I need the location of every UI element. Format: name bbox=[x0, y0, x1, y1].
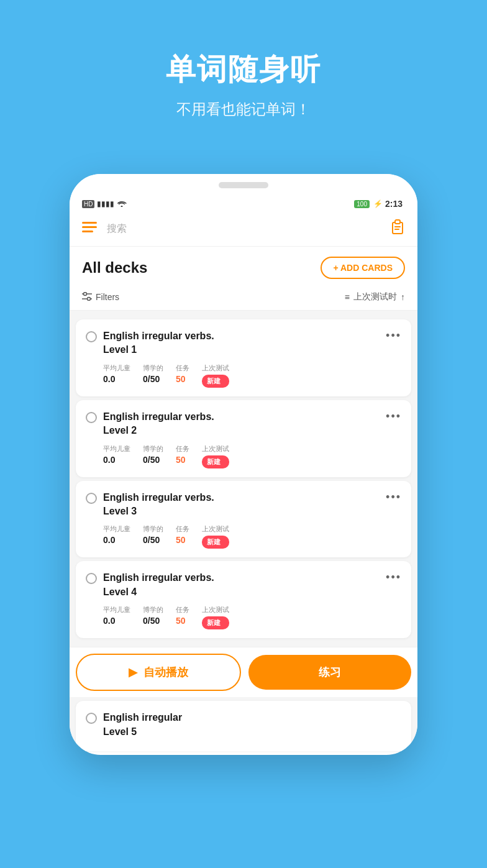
status-left: HD ▮▮▮▮ bbox=[82, 199, 127, 209]
content-area: All decks + ADD CARDS Filters bbox=[70, 247, 417, 751]
deck-1-name: English irregular verbs. Level 1 bbox=[103, 329, 214, 357]
stat-avg-3: 平均儿童 0.0 bbox=[103, 524, 130, 549]
decks-header: All decks + ADD CARDS bbox=[70, 247, 417, 286]
deck-partial-name: English irregular Level 5 bbox=[103, 711, 182, 739]
deck-4-name: English irregular verbs. Level 4 bbox=[103, 571, 214, 599]
nav-bar: 搜索 bbox=[70, 211, 417, 247]
signal-bars: ▮▮▮▮ bbox=[97, 199, 114, 208]
time-display: 2:13 bbox=[385, 199, 403, 209]
deck-3-stats: 平均儿童 0.0 博学的 0/50 任务 50 上次测试 bbox=[86, 524, 401, 549]
deck-2-more-button[interactable]: ••• bbox=[386, 410, 401, 423]
deck-card-partial[interactable]: English irregular Level 5 bbox=[76, 701, 411, 751]
deck-1-more-button[interactable]: ••• bbox=[386, 329, 401, 342]
decks-list: English irregular verbs. Level 1 ••• 平均儿… bbox=[70, 311, 417, 647]
deck-partial-name-line1: English irregular bbox=[103, 712, 182, 723]
deck-card-4-left: English irregular verbs. Level 4 bbox=[86, 571, 214, 599]
stat-task-1: 任务 50 bbox=[176, 363, 189, 388]
deck-card-2[interactable]: English irregular verbs. Level 2 ••• 平均儿… bbox=[76, 400, 411, 477]
phone-frame: HD ▮▮▮▮ 100 ⚡ 2:13 bbox=[70, 174, 417, 755]
svg-rect-0 bbox=[82, 222, 97, 224]
stat-learned-3: 博学的 0/50 bbox=[143, 524, 163, 549]
stat-learned-1: 博学的 0/50 bbox=[143, 363, 163, 388]
add-cards-button[interactable]: + ADD CARDS bbox=[321, 257, 405, 279]
deck-2-name-line1: English irregular verbs. bbox=[103, 411, 214, 422]
deck-card-1-left: English irregular verbs. Level 1 bbox=[86, 329, 214, 357]
deck-3-checkbox[interactable] bbox=[86, 493, 97, 504]
wifi-icon bbox=[117, 199, 127, 209]
auto-play-label: 自动播放 bbox=[143, 665, 188, 680]
deck-card-3-header: English irregular verbs. Level 3 ••• bbox=[86, 491, 401, 519]
lightning-icon: ⚡ bbox=[373, 199, 383, 208]
deck-card-4-header: English irregular verbs. Level 4 ••• bbox=[86, 571, 401, 599]
search-placeholder[interactable]: 搜索 bbox=[107, 222, 390, 235]
hd-label: HD bbox=[82, 200, 94, 208]
stat-avg-4: 平均儿童 0.0 bbox=[103, 605, 130, 629]
deck-2-stats: 平均儿童 0.0 博学的 0/50 任务 50 上次测试 bbox=[86, 444, 401, 468]
deck-card-4[interactable]: English irregular verbs. Level 4 ••• 平均儿… bbox=[76, 561, 411, 638]
svg-rect-5 bbox=[394, 226, 401, 227]
svg-point-10 bbox=[88, 297, 91, 300]
filters-row: Filters ≡ 上次测试时 ↑ bbox=[70, 286, 417, 311]
deck-1-stats: 平均儿童 0.0 博学的 0/50 任务 50 上次测试 bbox=[86, 363, 401, 388]
deck-partial-name-line2: Level 5 bbox=[103, 726, 137, 737]
deck-4-checkbox[interactable] bbox=[86, 573, 97, 584]
svg-rect-6 bbox=[394, 229, 399, 230]
stat-avg-2: 平均儿童 0.0 bbox=[103, 444, 130, 468]
deck-partial-checkbox[interactable] bbox=[86, 713, 97, 724]
stat-last-3: 上次测试 新建 bbox=[202, 524, 229, 549]
stat-learned-2: 博学的 0/50 bbox=[143, 444, 163, 468]
deck-card-1-header: English irregular verbs. Level 1 ••• bbox=[86, 329, 401, 357]
deck-card-3-left: English irregular verbs. Level 3 bbox=[86, 491, 214, 519]
stat-task-4: 任务 50 bbox=[176, 605, 189, 629]
deck-card-2-header: English irregular verbs. Level 2 ••• bbox=[86, 410, 401, 438]
deck-2-checkbox[interactable] bbox=[86, 412, 97, 423]
filters-label: Filters bbox=[96, 292, 119, 302]
stat-learned-4: 博学的 0/50 bbox=[143, 605, 163, 629]
clipboard-icon[interactable] bbox=[390, 219, 405, 239]
decks-title: All decks bbox=[82, 259, 147, 276]
deck-card-partial-header: English irregular Level 5 bbox=[86, 711, 401, 739]
play-icon: ▶ bbox=[129, 665, 137, 679]
sort-arrow: ↑ bbox=[401, 292, 405, 302]
filters-right[interactable]: ≡ 上次测试时 ↑ bbox=[345, 291, 405, 303]
practice-label: 练习 bbox=[319, 665, 341, 680]
svg-rect-4 bbox=[395, 220, 400, 224]
deck-4-more-button[interactable]: ••• bbox=[386, 571, 401, 584]
deck-card-1[interactable]: English irregular verbs. Level 1 ••• 平均儿… bbox=[76, 319, 411, 396]
deck-3-more-button[interactable]: ••• bbox=[386, 491, 401, 504]
notch-pill bbox=[219, 182, 268, 188]
deck-1-name-line1: English irregular verbs. bbox=[103, 331, 214, 341]
deck-card-3[interactable]: English irregular verbs. Level 3 ••• 平均儿… bbox=[76, 481, 411, 558]
stat-task-2: 任务 50 bbox=[176, 444, 189, 468]
deck-3-name: English irregular verbs. Level 3 bbox=[103, 491, 214, 519]
stat-last-2: 上次测试 新建 bbox=[202, 444, 229, 468]
hamburger-icon[interactable] bbox=[82, 221, 97, 237]
deck-4-name-line2: Level 4 bbox=[103, 587, 137, 597]
status-bar: HD ▮▮▮▮ 100 ⚡ 2:13 bbox=[70, 196, 417, 211]
hero-subtitle: 不用看也能记单词！ bbox=[176, 99, 311, 119]
stat-last-1: 上次测试 新建 bbox=[202, 363, 229, 388]
bottom-buttons: ▶ 自动播放 练习 bbox=[70, 647, 417, 697]
deck-1-name-line2: Level 1 bbox=[103, 344, 137, 355]
deck-3-name-line1: English irregular verbs. bbox=[103, 492, 214, 503]
deck-card-2-left: English irregular verbs. Level 2 bbox=[86, 410, 214, 438]
filter-sliders-icon bbox=[82, 292, 92, 303]
status-right: 100 ⚡ 2:13 bbox=[354, 199, 403, 209]
deck-4-name-line1: English irregular verbs. bbox=[103, 572, 214, 583]
phone-top-bar bbox=[70, 174, 417, 196]
deck-3-name-line2: Level 3 bbox=[103, 506, 137, 516]
deck-4-stats: 平均儿童 0.0 博学的 0/50 任务 50 上次测试 bbox=[86, 605, 401, 629]
auto-play-button[interactable]: ▶ 自动播放 bbox=[76, 654, 241, 691]
practice-button[interactable]: 练习 bbox=[248, 655, 411, 690]
svg-rect-1 bbox=[82, 226, 97, 228]
phone-mockup: HD ▮▮▮▮ 100 ⚡ 2:13 bbox=[70, 174, 417, 857]
battery-indicator: 100 bbox=[354, 200, 370, 208]
deck-1-checkbox[interactable] bbox=[86, 331, 97, 342]
svg-rect-2 bbox=[82, 231, 93, 232]
deck-2-name-line2: Level 2 bbox=[103, 425, 137, 436]
svg-point-8 bbox=[84, 292, 87, 295]
stat-last-4: 上次测试 新建 bbox=[202, 605, 229, 629]
hero-title: 单词随身听 bbox=[166, 50, 321, 89]
deck-2-name: English irregular verbs. Level 2 bbox=[103, 410, 214, 438]
filters-left[interactable]: Filters bbox=[82, 292, 119, 303]
